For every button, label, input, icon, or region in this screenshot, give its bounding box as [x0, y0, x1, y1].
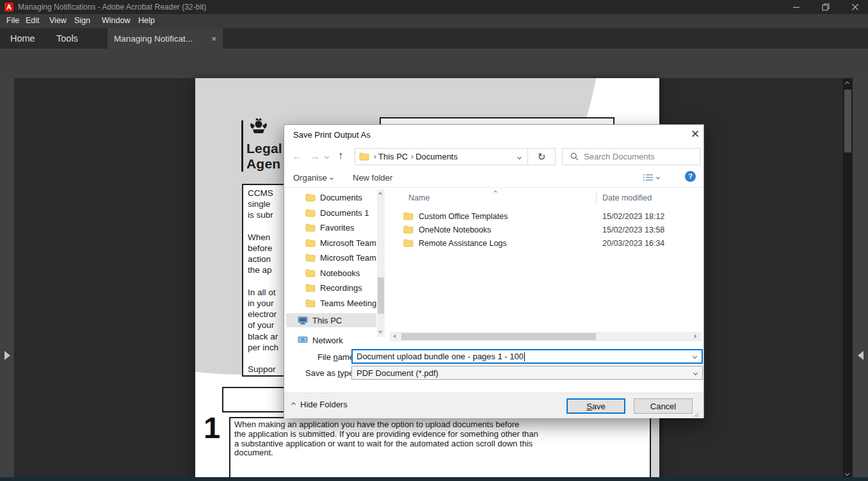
hscroll-thumb[interactable]	[401, 333, 596, 340]
tree-item-this-pc[interactable]: This PC	[286, 313, 376, 327]
tree-item-favorites[interactable]: Favorites	[286, 220, 376, 234]
scroll-down-icon[interactable]	[845, 471, 849, 476]
tab-bar: Home Tools Managing Notificat... ×	[0, 28, 868, 49]
column-header-name[interactable]: Name	[408, 193, 430, 202]
logo-text-line2: Agen	[246, 156, 280, 172]
restore-button[interactable]	[822, 3, 830, 11]
column-header-date[interactable]: Date modified	[602, 193, 652, 202]
tree-item-microsoft-teams-2[interactable]: Microsoft Teams	[286, 250, 376, 265]
forward-icon[interactable]: →	[310, 151, 320, 162]
tree-scrollbar[interactable]	[377, 190, 385, 337]
step-text-box: When making an application you have the …	[229, 417, 651, 481]
hide-folders-chevron-icon	[291, 402, 296, 407]
save-button[interactable]: Save	[567, 398, 625, 414]
views-button[interactable]	[643, 173, 659, 182]
help-icon[interactable]: ?	[685, 171, 696, 182]
minimize-button[interactable]	[792, 3, 800, 11]
right-tools-strip	[853, 78, 868, 481]
logo-text-line1: Legal	[246, 141, 282, 156]
save-as-type-value: PDF Document (*.pdf)	[357, 368, 438, 378]
organise-button[interactable]: Organise	[293, 173, 333, 183]
open-tools-pane-icon[interactable]	[858, 351, 864, 360]
tab-close-icon[interactable]: ×	[211, 34, 216, 44]
address-dropdown-icon[interactable]	[517, 155, 522, 159]
file-name-value: Document upload bundle one - pages 1 - 1…	[357, 352, 524, 361]
search-placeholder: Search Documents	[584, 152, 655, 161]
tree-item-network[interactable]: Network	[286, 333, 376, 346]
search-glass-icon	[570, 152, 579, 161]
tab-tools[interactable]: Tools	[56, 28, 78, 49]
back-icon[interactable]: ←	[292, 151, 302, 162]
file-row[interactable]: Custom Office Templates	[403, 209, 508, 223]
tree-item-documents-1[interactable]: Documents 1	[286, 206, 376, 220]
file-name-label: File name:	[317, 352, 357, 362]
save-print-output-dialog: Save Print Output As ✕ ← → ↑ This PC Doc…	[284, 124, 704, 418]
tree-scroll-up-icon[interactable]	[378, 192, 382, 196]
menu-bar: File Edit View Sign Window Help	[0, 14, 868, 28]
file-name: Custom Office Templates	[419, 212, 508, 221]
search-box[interactable]: Search Documents	[562, 148, 700, 165]
file-name: Remote Assistance Logs	[419, 239, 507, 248]
tree-scroll-down-icon[interactable]	[378, 329, 382, 333]
scrollbar-thumb[interactable]	[844, 90, 851, 152]
sort-ascending-icon	[494, 190, 497, 194]
breadcrumb-this-pc[interactable]: This PC	[378, 152, 408, 161]
title-bar: Managing Notifications - Adobe Acrobat R…	[0, 0, 868, 14]
cancel-button[interactable]: Cancel	[634, 398, 693, 414]
hscroll-right-icon[interactable]	[693, 334, 696, 338]
open-nav-pane-icon[interactable]	[4, 351, 10, 360]
hscroll-left-icon[interactable]	[394, 334, 398, 338]
save-type-dropdown-icon[interactable]	[693, 370, 698, 375]
tab-home[interactable]: Home	[10, 28, 35, 49]
menu-sign[interactable]: Sign	[74, 16, 90, 25]
save-as-type-label: Save as type:	[305, 368, 356, 378]
file-row[interactable]: Remote Assistance Logs	[403, 236, 507, 250]
acrobat-toolbar: Page 1 (1 of 6) 75%	[0, 49, 868, 78]
left-pane-strip	[0, 78, 14, 481]
file-date: 15/02/2023 13:58	[602, 223, 664, 236]
tree-item-recordings[interactable]: Recordings	[286, 281, 376, 295]
menu-help[interactable]: Help	[138, 16, 155, 25]
network-icon	[298, 336, 308, 345]
bottom-edge-strip	[0, 477, 868, 481]
dialog-resize-grip[interactable]	[693, 411, 699, 418]
dialog-footer: Hide Folders Save Cancel	[284, 393, 703, 418]
tree-item-microsoft-teams[interactable]: Microsoft Teams	[286, 236, 376, 250]
new-folder-button[interactable]: New folder	[353, 173, 392, 183]
tree-item-notebooks[interactable]: Notebooks	[286, 266, 376, 280]
dialog-close-icon[interactable]: ✕	[689, 128, 702, 141]
folder-tree: Documents Documents 1 Favorites Microsof…	[286, 189, 377, 346]
file-row[interactable]: OneNote Notebooks	[403, 223, 491, 236]
tree-item-documents[interactable]: Documents	[286, 190, 376, 204]
menu-edit[interactable]: Edit	[26, 16, 40, 25]
tree-item-teams-meeting[interactable]: Teams Meeting F	[286, 296, 376, 310]
menu-file[interactable]: File	[6, 16, 19, 25]
step-number: 1	[204, 410, 220, 445]
up-one-level-icon[interactable]: ↑	[338, 150, 343, 161]
hide-folders-button[interactable]: Hide Folders	[292, 400, 348, 409]
views-icon	[643, 173, 654, 182]
dialog-title: Save Print Output As	[293, 130, 371, 140]
window-title: Managing Notifications - Adobe Acrobat R…	[18, 3, 206, 12]
file-name: OneNote Notebooks	[419, 225, 491, 234]
file-date: 15/02/2023 18:12	[602, 209, 664, 223]
refresh-button[interactable]: ↻	[527, 148, 556, 165]
close-button[interactable]	[851, 3, 859, 11]
tree-scroll-thumb[interactable]	[378, 277, 384, 314]
menu-view[interactable]: View	[49, 16, 67, 25]
save-as-type-select[interactable]: PDF Document (*.pdf)	[351, 366, 703, 380]
menu-window[interactable]: Window	[102, 16, 130, 25]
address-bar[interactable]: This PC Documents	[355, 148, 528, 165]
document-scrollbar[interactable]	[843, 78, 853, 481]
tab-document-label: Managing Notificat...	[114, 34, 193, 44]
list-horizontal-scrollbar[interactable]	[390, 332, 702, 341]
adobe-reader-icon	[4, 3, 13, 12]
breadcrumb-documents[interactable]: Documents	[415, 152, 458, 161]
this-pc-icon	[298, 316, 308, 325]
scroll-up-icon[interactable]	[845, 81, 849, 86]
history-dropdown-icon[interactable]	[325, 154, 329, 159]
file-name-dropdown-icon[interactable]	[693, 354, 697, 359]
file-name-input[interactable]: Document upload bundle one - pages 1 - 1…	[351, 349, 703, 364]
app-window: Managing Notifications - Adobe Acrobat R…	[0, 0, 868, 481]
tab-document[interactable]: Managing Notificat... ×	[108, 28, 223, 49]
